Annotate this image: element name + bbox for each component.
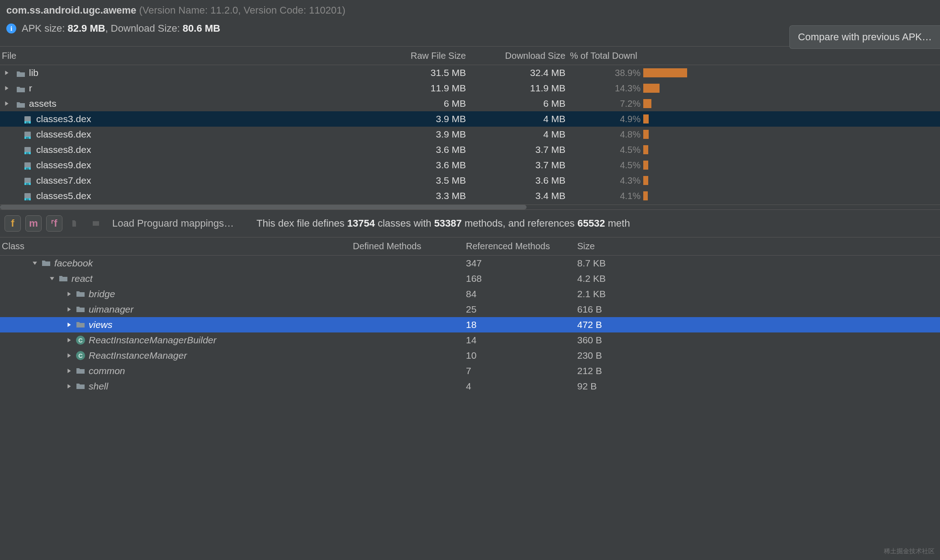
download-size: 32.4 MB <box>470 67 570 78</box>
col-class-header[interactable]: Class <box>0 241 353 252</box>
chevron-right-icon[interactable] <box>66 291 72 297</box>
package-icon <box>42 260 51 267</box>
chevron-right-icon[interactable] <box>66 352 72 359</box>
col-pct-header[interactable]: % of Total Downl <box>570 51 642 61</box>
referenced-methods: 14 <box>466 335 577 346</box>
class-name: ReactInstanceManager <box>89 350 187 361</box>
class-table-body: facebook3478.7 KBreact1684.2 KBbridge842… <box>0 256 940 394</box>
file-row[interactable]: 01classes3.dex3.9 MB4 MB4.9% <box>0 111 940 127</box>
file-name: classes8.dex <box>36 144 91 155</box>
svg-text:01: 01 <box>26 121 29 124</box>
file-row[interactable]: assets6 MB6 MB7.2% <box>0 96 940 111</box>
raw-size: 3.9 MB <box>371 114 470 124</box>
class-row[interactable]: views18472 B <box>0 317 940 332</box>
package-icon <box>76 306 85 313</box>
expand-arrow-icon[interactable] <box>4 85 10 91</box>
file-row[interactable]: 01classes6.dex3.9 MB4 MB4.8% <box>0 127 940 142</box>
class-name: ReactInstanceManagerBuilder <box>89 335 217 346</box>
percent-bar <box>643 145 648 154</box>
file-row[interactable]: 01classes7.dex3.5 MB3.6 MB4.3% <box>0 173 940 188</box>
col-defined-header[interactable]: Defined Methods <box>353 241 466 252</box>
referenced-methods: 168 <box>466 273 577 284</box>
file-name: r <box>29 83 32 94</box>
expand-arrow-icon <box>4 193 10 199</box>
class-size: 616 B <box>577 304 940 315</box>
chevron-right-icon[interactable] <box>66 383 72 389</box>
col-raw-header[interactable]: Raw File Size <box>371 51 470 61</box>
package-icon <box>76 383 85 390</box>
class-name: common <box>89 365 125 376</box>
file-name: classes9.dex <box>36 160 91 171</box>
class-name: facebook <box>54 258 93 269</box>
referenced-methods: 4 <box>466 381 577 392</box>
col-file-header[interactable]: File <box>0 51 371 61</box>
class-size: 92 B <box>577 381 940 392</box>
percent-bar <box>643 130 649 139</box>
file-row[interactable]: 01classes9.dex3.6 MB3.7 MB4.5% <box>0 157 940 173</box>
chevron-right-icon[interactable] <box>66 368 72 374</box>
horizontal-scrollbar[interactable] <box>0 204 940 210</box>
svg-text:01: 01 <box>26 183 29 185</box>
info-icon: i <box>6 24 16 33</box>
download-size: 6 MB <box>470 98 570 109</box>
dex-file-icon: 01 <box>24 177 33 184</box>
file-row[interactable]: 01classes8.dex3.6 MB3.7 MB4.5% <box>0 142 940 157</box>
chevron-right-icon[interactable] <box>66 322 72 328</box>
filter-referenced-button[interactable]: ʳf <box>46 215 62 232</box>
col-referenced-header[interactable]: Referenced Methods <box>466 241 577 252</box>
col-dl-header[interactable]: Download Size <box>470 51 570 61</box>
referenced-methods: 347 <box>466 258 577 269</box>
download-size: 11.9 MB <box>470 83 570 94</box>
package-icon <box>76 367 85 375</box>
class-row[interactable]: CReactInstanceManager10230 B <box>0 348 940 363</box>
file-row[interactable]: r11.9 MB11.9 MB14.3% <box>0 81 940 96</box>
file-table: File Raw File Size Download Size % of To… <box>0 46 940 210</box>
expand-arrow-icon <box>4 116 10 122</box>
raw-size: 31.5 MB <box>371 67 470 78</box>
svg-text:01: 01 <box>26 137 29 139</box>
watermark: 稀土掘金技术社区 <box>884 547 935 555</box>
raw-size: 3.5 MB <box>371 175 470 186</box>
dex-classes-count: 13754 <box>347 218 375 229</box>
svg-text:01: 01 <box>26 152 29 155</box>
chevron-down-icon[interactable] <box>32 260 38 266</box>
compare-apk-button[interactable]: Compare with previous APK… <box>789 25 940 49</box>
class-row[interactable]: bridge842.1 KB <box>0 286 940 302</box>
percent-value: 4.8% <box>620 129 641 140</box>
filter-methods-button[interactable]: m <box>25 215 42 232</box>
load-proguard-button[interactable]: Load Proguard mappings… <box>112 218 234 229</box>
class-row[interactable]: shell492 B <box>0 379 940 394</box>
file-row[interactable]: lib31.5 MB32.4 MB38.9% <box>0 65 940 81</box>
expand-arrow-icon[interactable] <box>4 100 10 107</box>
file-name: assets <box>29 98 57 109</box>
chevron-right-icon[interactable] <box>66 306 72 313</box>
file-row[interactable]: 01classes5.dex3.3 MB3.4 MB4.1% <box>0 188 940 204</box>
class-row[interactable]: common7212 B <box>0 363 940 379</box>
class-row[interactable]: react1684.2 KB <box>0 271 940 286</box>
download-size: 3.4 MB <box>470 190 570 201</box>
scrollbar-thumb[interactable] <box>0 205 527 209</box>
dex-file-icon: 01 <box>24 131 33 138</box>
class-icon: C <box>76 336 85 345</box>
class-row[interactable]: CReactInstanceManagerBuilder14360 B <box>0 332 940 348</box>
filter-fields-button[interactable]: f <box>5 215 21 232</box>
class-table-header: Class Defined Methods Referenced Methods… <box>0 237 940 256</box>
class-row[interactable]: uimanager25616 B <box>0 302 940 317</box>
version-code-label: , Version Code: <box>238 5 309 16</box>
folder-icon <box>16 69 25 76</box>
raw-size: 3.6 MB <box>371 160 470 171</box>
dex-file-icon: 01 <box>24 192 33 199</box>
class-row[interactable]: facebook3478.7 KB <box>0 256 940 271</box>
package-icon <box>59 275 68 282</box>
version-name: 11.2.0 <box>210 5 238 16</box>
toolbar-action-2 <box>88 215 104 232</box>
file-name: classes5.dex <box>36 190 91 201</box>
dex-toolbar: f m ʳf Load Proguard mappings… This dex … <box>0 210 940 237</box>
col-size-header[interactable]: Size <box>577 241 940 252</box>
dex-file-icon: 01 <box>24 146 33 153</box>
dex-methods-count: 53387 <box>434 218 462 229</box>
expand-arrow-icon[interactable] <box>4 70 10 76</box>
chevron-right-icon[interactable] <box>66 337 72 343</box>
percent-bar <box>643 114 649 123</box>
chevron-down-icon[interactable] <box>49 275 55 282</box>
